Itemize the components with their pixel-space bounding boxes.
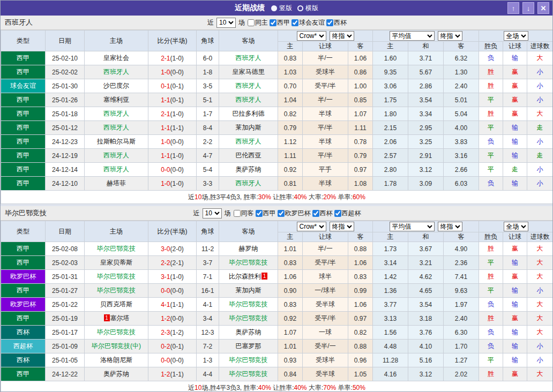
corner-count: 1-8 xyxy=(197,65,219,79)
goals-result: 走 xyxy=(527,121,553,135)
league-checkbox-input[interactable] xyxy=(270,19,276,26)
average-select[interactable]: 平均值 xyxy=(390,31,435,41)
match-row: 西甲25-02-10皇家社会2-1(1-0)6-0西班牙人0.83半/一1.06… xyxy=(1,51,553,65)
league-checkbox-label: 西甲 xyxy=(263,209,276,218)
handicap-result: 赢 xyxy=(503,270,527,284)
winlose-result: 负 xyxy=(479,135,503,149)
handicap-line: 半/一 xyxy=(303,93,348,107)
match-date: 25-02-10 xyxy=(46,51,85,65)
score-cell: 2-2(2-1) xyxy=(148,256,197,270)
move-up-button[interactable]: ↑ xyxy=(507,2,519,14)
avg-odds: 5.01 xyxy=(444,93,479,107)
score-cell: 1-0(1-0) xyxy=(148,177,197,191)
league-checkbox[interactable]: 西杯 xyxy=(312,209,333,218)
league-checkbox-input[interactable] xyxy=(326,19,333,26)
recent-count-select[interactable]: 10 xyxy=(216,18,236,28)
asia-odds: 1.01 xyxy=(278,340,303,353)
summary-text: 近10场,胜4平3负3, 胜率:40% 让胜率:40% 大率:70% 单率:50… xyxy=(1,381,553,392)
corner-count: 3-7 xyxy=(197,256,219,270)
handicap-line: 受半球 xyxy=(303,298,348,312)
games-label: 场 xyxy=(238,18,245,27)
panel-title: 近期战绩 xyxy=(235,3,265,13)
handicap-line: 平/半 xyxy=(303,121,348,135)
col-handicap: 让球 xyxy=(303,232,348,242)
avg-odds: 2.86 xyxy=(408,79,444,93)
col-date: 日期 xyxy=(46,31,85,51)
col-winlose: 胜负 xyxy=(479,232,503,242)
league-checkbox-input[interactable] xyxy=(256,210,263,217)
match-row: 西甲25-02-02西班牙人1-0(0-0)1-8皇家马德里1.03受球半0.8… xyxy=(1,65,553,79)
winlose-result: 平 xyxy=(479,121,503,135)
avg-odds: 1.60 xyxy=(373,51,408,65)
league-checkbox-input[interactable] xyxy=(334,210,341,217)
same-venue-checkbox[interactable]: 同客 xyxy=(234,209,254,218)
corner-count: 4-1 xyxy=(197,298,219,312)
match-date: 25-01-22 xyxy=(46,298,85,312)
goals-result: 大 xyxy=(527,107,553,121)
league-checkbox[interactable]: 西甲 xyxy=(270,18,290,27)
match-row: 西甲25-01-191塞尔塔1-2(0-0)3-4毕尔巴鄂竞技0.92受平/半0… xyxy=(1,312,553,326)
home-team: 西班牙人 xyxy=(85,65,148,79)
avg-odds: 3.67 xyxy=(408,242,444,256)
scope-select[interactable]: 全场 xyxy=(504,222,528,231)
layout-radio-option[interactable]: 横版 xyxy=(297,4,318,13)
col-score: 比分(半场) xyxy=(148,221,197,242)
score-cell: 1-1(1-1) xyxy=(148,121,197,135)
asia-odds: 1.11 xyxy=(348,121,373,135)
score-cell: 2-3(1-2) xyxy=(148,326,197,340)
league-checkbox[interactable]: 欧罗巴杯 xyxy=(278,209,311,218)
winlose-result: 负 xyxy=(479,326,503,340)
away-team: 比尔森胜利1 xyxy=(219,270,278,284)
asia-odds: 0.83 xyxy=(348,270,373,284)
summary-row: 近10场,胜4平3负3, 胜率:40% 让胜率:40% 大率:70% 单率:50… xyxy=(1,381,553,392)
avg-odds: 1.80 xyxy=(373,107,408,121)
handicap-result: 输 xyxy=(503,256,527,270)
league-checkbox[interactable]: 球会友谊 xyxy=(292,18,325,27)
asia-odds: 0.88 xyxy=(348,340,373,353)
asia-odds: 1.07 xyxy=(278,326,303,340)
away-team: 奥萨苏纳 xyxy=(219,326,278,340)
handicap-result: 赢 xyxy=(503,93,527,107)
avg-odds: 3.21 xyxy=(408,256,444,270)
scope-select[interactable]: 全场 xyxy=(504,31,528,41)
avg-stage-select[interactable]: 终指 xyxy=(438,31,462,41)
match-date: 25-01-12 xyxy=(46,121,85,135)
away-team: 巴拉多利德 xyxy=(219,107,278,121)
layout-radio-selected[interactable]: 竖版 xyxy=(271,4,292,13)
league-checkbox[interactable]: 西甲 xyxy=(256,209,276,218)
competition-badge: 欧罗巴杯 xyxy=(1,270,46,284)
league-checkbox-label: 西杯 xyxy=(334,18,347,27)
asia-odds: 0.99 xyxy=(348,284,373,298)
avg-stage-select[interactable]: 终指 xyxy=(438,222,462,231)
asia-odds: 0.97 xyxy=(348,312,373,326)
match-row: 西甲24-12-22奥萨苏纳1-2(1-1)4-4毕尔巴鄂竞技0.84受半球1.… xyxy=(1,367,553,381)
odds-stage-select[interactable]: 终指 xyxy=(330,31,354,41)
recent-count-select[interactable]: 10 xyxy=(203,208,222,218)
same-venue-checkbox-input[interactable] xyxy=(234,210,241,217)
same-venue-checkbox-input[interactable] xyxy=(248,19,255,26)
recent-matches-table: 类型 日期 主场 比分(半场) 角球 客场 Crow*终指 平均值终指 全场 xyxy=(1,30,553,204)
league-checkbox-input[interactable] xyxy=(292,19,298,26)
away-team: 西班牙人 xyxy=(219,93,278,107)
avg-odds: 3.25 xyxy=(408,135,444,149)
league-checkbox-input[interactable] xyxy=(278,210,285,217)
handicap-result: 赢 xyxy=(503,65,527,79)
league-checkbox[interactable]: 西杯 xyxy=(326,18,347,27)
same-venue-checkbox[interactable]: 同主 xyxy=(248,18,268,27)
league-checkbox[interactable]: 西超杯 xyxy=(334,209,361,218)
match-row: 西杯25-01-17毕尔巴鄂竞技2-3(1-2)12-3奥萨苏纳1.07一球0.… xyxy=(1,326,553,340)
match-date: 24-12-10 xyxy=(46,177,85,191)
avg-odds: 11.28 xyxy=(373,353,408,367)
competition-badge: 西甲 xyxy=(1,51,46,65)
bookmaker-select[interactable]: Crow* xyxy=(297,31,326,41)
close-button[interactable]: ✕ xyxy=(537,2,549,14)
odds-stage-select[interactable]: 终指 xyxy=(330,222,354,231)
handicap-result: 赢 xyxy=(503,79,527,93)
league-checkbox-input[interactable] xyxy=(312,210,319,217)
bookmaker-select[interactable]: Crow* xyxy=(297,222,326,231)
asia-odds: 0.97 xyxy=(348,163,373,177)
move-down-button[interactable]: ↓ xyxy=(522,2,534,14)
average-select[interactable]: 平均值 xyxy=(390,222,435,231)
score-cell: 3-1(1-0) xyxy=(148,270,197,284)
avg-odds: 3.12 xyxy=(408,163,444,177)
